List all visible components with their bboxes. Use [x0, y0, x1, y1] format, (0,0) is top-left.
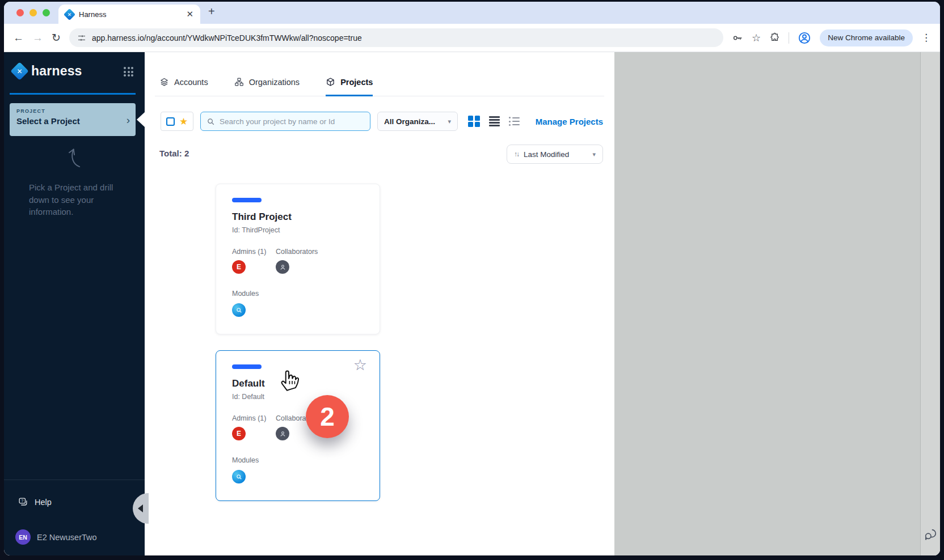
org-filter-value: All Organiza...: [384, 117, 435, 126]
favorites-filter[interactable]: ★: [161, 112, 193, 131]
sidebar-bottom-divider: [4, 480, 145, 480]
app-switcher-icon[interactable]: [124, 67, 133, 77]
app-area: harness PROJECT Select a Project › Pick …: [4, 52, 940, 555]
module-magnifier-icon: [235, 473, 243, 481]
collaborator-avatar[interactable]: [276, 427, 289, 440]
sort-value: Last Modified: [524, 150, 587, 159]
person-icon: [279, 264, 286, 271]
project-color-bar: [232, 364, 262, 369]
sort-dropdown[interactable]: ↑↓ Last Modified ▾: [507, 145, 603, 164]
reload-button[interactable]: ↻: [52, 32, 61, 43]
harness-logo-text: harness: [31, 63, 82, 79]
module-icon[interactable]: [232, 303, 246, 317]
project-color-bar: [232, 198, 262, 202]
sidebar-divider: [10, 93, 136, 95]
site-info-icon[interactable]: [77, 33, 86, 43]
accounts-layers-icon: [159, 77, 169, 87]
person-icon: [279, 430, 286, 438]
tab-projects-label: Projects: [340, 78, 373, 87]
browser-tabstrip: Harness ✕ +: [4, 2, 940, 24]
close-window-button[interactable]: [16, 9, 24, 16]
chat-bubbles-icon[interactable]: [923, 527, 938, 542]
admin-avatar[interactable]: E: [232, 260, 246, 274]
toolbar-divider: [789, 32, 789, 44]
compact-view-button[interactable]: [509, 117, 520, 125]
organizations-hierarchy-icon: [234, 77, 244, 87]
filter-bar: ★ All Organiza... ▾ Manage Projects: [161, 111, 603, 131]
list-view-button[interactable]: [489, 116, 500, 126]
sidebar-hint-text: Pick a Project and drill down to see you…: [29, 181, 124, 218]
modules-label: Modules: [232, 290, 259, 298]
sidebar: harness PROJECT Select a Project › Pick …: [4, 52, 145, 555]
tab-accounts[interactable]: Accounts: [159, 77, 208, 96]
project-title: Third Project: [232, 211, 292, 223]
project-search[interactable]: [200, 112, 370, 131]
collapse-arrow-icon: [138, 504, 143, 512]
harness-logo-icon: [10, 62, 29, 80]
collaborator-avatar[interactable]: [276, 260, 289, 274]
tab-organizations[interactable]: Organizations: [234, 77, 300, 96]
harness-logo[interactable]: harness: [13, 63, 82, 79]
back-button[interactable]: ←: [13, 32, 24, 43]
browser-toolbar: ← → ↻ app.harness.io/ng/account/YWdkwNPi…: [4, 24, 940, 52]
help-button[interactable]: ? Help: [18, 497, 52, 507]
project-selector[interactable]: PROJECT Select a Project ›: [10, 103, 136, 136]
chevron-down-icon: ▾: [448, 118, 451, 125]
tab-organizations-label: Organizations: [249, 78, 300, 87]
org-filter-dropdown[interactable]: All Organiza... ▾: [377, 112, 458, 131]
project-selector-label: PROJECT: [16, 108, 129, 114]
browser-menu-icon[interactable]: ⋮: [921, 32, 931, 44]
zoom-window-button[interactable]: [43, 9, 50, 16]
favorite-toggle-star-icon[interactable]: ☆: [353, 358, 367, 373]
minimize-window-button[interactable]: [30, 9, 37, 16]
module-magnifier-icon: [235, 307, 243, 314]
favorites-checkbox[interactable]: [166, 117, 175, 126]
bookmark-star-icon[interactable]: ☆: [752, 33, 761, 43]
user-menu[interactable]: EN E2 NewuserTwo: [15, 529, 97, 545]
forward-button[interactable]: →: [32, 32, 43, 43]
tab-close-icon[interactable]: ✕: [186, 9, 193, 19]
browser-tab-title: Harness: [79, 10, 181, 19]
url-text: app.harness.io/ng/account/YWdkwNPiTceDUK…: [92, 33, 362, 43]
address-bar[interactable]: app.harness.io/ng/account/YWdkwNPiTceDUK…: [69, 28, 723, 47]
password-key-icon[interactable]: [732, 32, 743, 44]
extensions-puzzle-icon[interactable]: [769, 32, 780, 43]
side-panel-strip: [920, 52, 940, 555]
profile-avatar-icon[interactable]: [798, 31, 811, 45]
admins-label: Admins (1): [232, 248, 266, 256]
harness-favicon-icon: [64, 8, 75, 20]
hand-cursor-icon: [279, 367, 301, 392]
search-input[interactable]: [220, 117, 364, 126]
scope-tabs: Accounts Organizations Projects: [159, 77, 373, 96]
modules-label: Modules: [232, 456, 259, 464]
selector-pointer-notch: [137, 112, 145, 127]
browser-tab[interactable]: Harness ✕: [58, 5, 200, 24]
project-id: Id: Default: [232, 393, 264, 401]
project-card-default[interactable]: ☆ Default Id: Default Admins (1) Collabo…: [216, 350, 380, 501]
module-icon[interactable]: [232, 470, 246, 483]
user-name: E2 NewuserTwo: [37, 533, 97, 542]
scope-tabs-header: Accounts Organizations Projects: [155, 52, 604, 96]
chevron-right-icon: ›: [127, 114, 130, 126]
grid-view-button[interactable]: [468, 116, 480, 128]
user-avatar: EN: [15, 529, 31, 545]
annotation-step-badge: 2: [306, 395, 349, 438]
project-title: Default: [232, 378, 265, 389]
tab-accounts-label: Accounts: [174, 78, 208, 87]
new-chrome-available-button[interactable]: New Chrome available: [820, 29, 913, 46]
admin-avatar[interactable]: E: [232, 427, 246, 440]
svg-text:?: ?: [21, 499, 23, 503]
browser-window: Harness ✕ + ← → ↻ app.harness.io/ng/acco…: [4, 2, 940, 555]
search-icon: [206, 117, 215, 126]
window-controls: [16, 9, 50, 16]
tab-projects[interactable]: Projects: [326, 77, 373, 96]
project-id: Id: ThirdProject: [232, 226, 280, 234]
help-label: Help: [35, 498, 52, 507]
new-tab-button[interactable]: +: [208, 5, 215, 18]
project-card-third-project[interactable]: Third Project Id: ThirdProject Admins (1…: [216, 184, 380, 334]
favorite-star-icon: ★: [179, 117, 188, 126]
manage-projects-link[interactable]: Manage Projects: [536, 117, 603, 126]
help-chat-icon: ?: [18, 497, 28, 507]
collaborators-label: Collaborators: [276, 248, 318, 256]
projects-cube-icon: [326, 77, 335, 87]
